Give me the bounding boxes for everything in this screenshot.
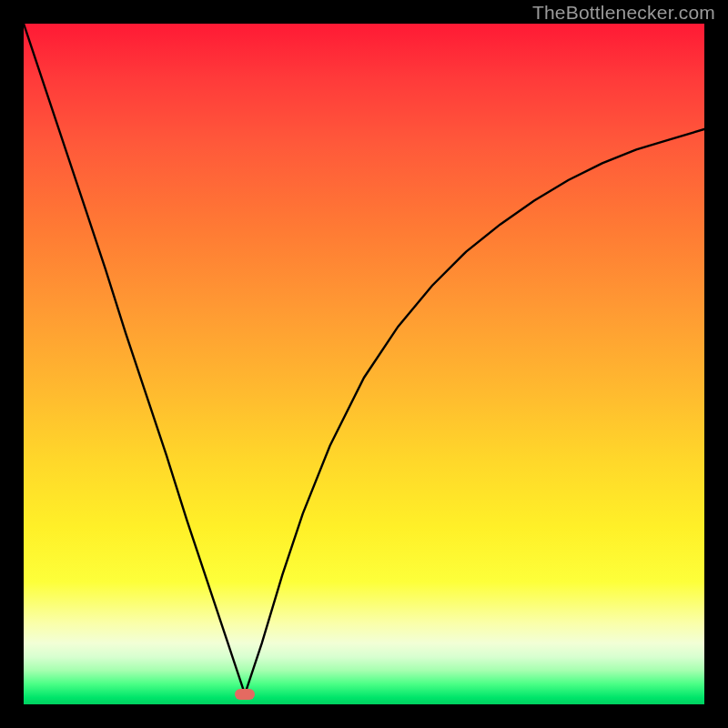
curve-path: [24, 24, 704, 694]
bottleneck-curve: [24, 24, 704, 704]
minimum-marker: [235, 689, 255, 700]
watermark-text: TheBottlenecker.com: [532, 2, 715, 24]
chart-frame: TheBottlenecker.com: [0, 0, 728, 728]
chart-plot-area: [24, 24, 704, 704]
